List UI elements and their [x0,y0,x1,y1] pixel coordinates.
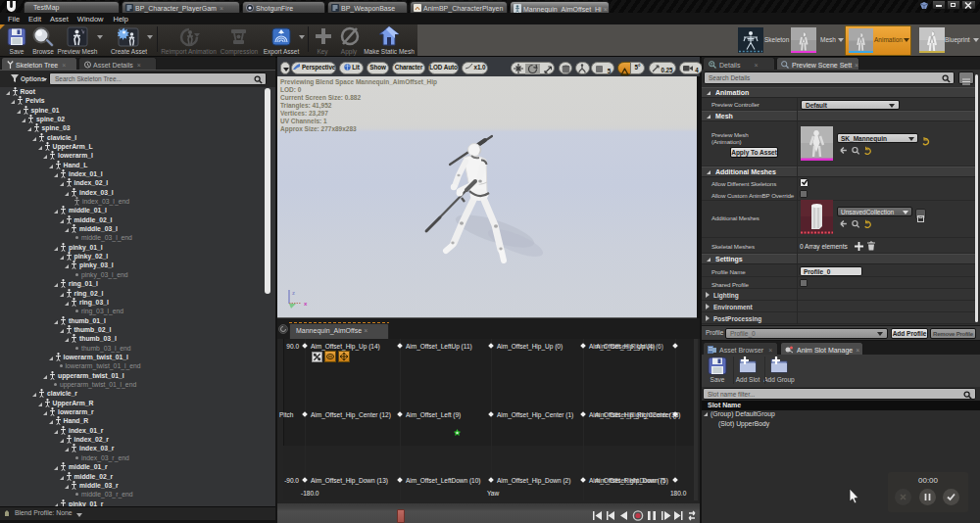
svg-text:z: z [292,290,295,296]
svg-text:x: x [304,301,308,307]
